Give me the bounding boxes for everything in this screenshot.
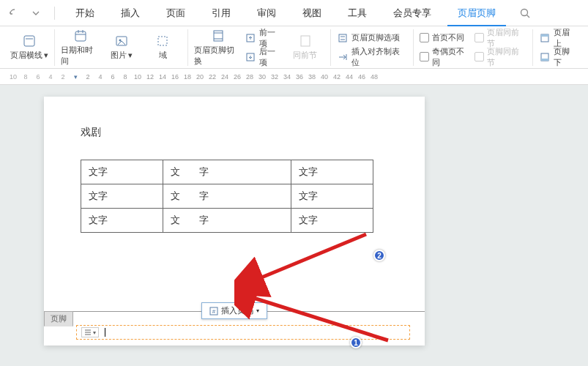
ruler-tick: 34 (281, 73, 293, 81)
checkbox-icon (475, 52, 484, 61)
ftr-same-check: 页脚同前节 (475, 49, 526, 65)
menubar: 开始 插入 页面 引用 审阅 视图 工具 会员专享 页眉页脚 (0, 0, 588, 26)
text-cursor (105, 328, 105, 337)
table-cell[interactable]: 文字 (291, 184, 373, 209)
next-item-button[interactable]: 后一项 (245, 49, 283, 65)
ribbon: 页眉横线▾ 日期和时间 图片▾ 域 页眉页脚切换 前一项 后一 (0, 26, 588, 69)
ruler-tick: 8 (119, 73, 131, 81)
page-number-icon: # (209, 307, 218, 315)
tab-view[interactable]: 视图 (292, 0, 332, 26)
tab-start[interactable]: 开始 (65, 0, 105, 26)
tab-reference[interactable]: 引用 (201, 0, 241, 26)
hdr-top-button[interactable]: 页眉上 (539, 30, 578, 46)
ruler-tick: 8 (20, 73, 31, 81)
svg-rect-2 (24, 36, 34, 46)
tab-page[interactable]: 页面 (156, 0, 196, 26)
header-line-icon (22, 34, 37, 48)
hf-options-button[interactable]: 页眉页脚选项 (337, 30, 407, 46)
separator (54, 7, 55, 20)
table-cell[interactable]: 文 字 (163, 209, 291, 233)
datetime-button[interactable]: 日期和时间 (61, 29, 100, 66)
odd-even-check[interactable]: 奇偶页不同 (420, 49, 472, 65)
footer-editing-area[interactable]: ▾ (76, 325, 410, 340)
ruler-tick: 10 (132, 73, 144, 81)
table-cell[interactable]: 文 字 (163, 160, 291, 184)
table-cell[interactable]: 文字 (291, 209, 373, 233)
table-row[interactable]: 文字 文 字 文字 (81, 184, 373, 209)
ruler-tick: 24 (219, 73, 231, 81)
ruler-tick: 2 (82, 73, 94, 81)
ruler-tick: 36 (294, 73, 305, 81)
header-line-label: 页眉横线 (10, 50, 42, 61)
tab-tools[interactable]: 工具 (338, 0, 377, 26)
ruler-tick: 6 (107, 73, 119, 81)
table-cell[interactable]: 文 字 (163, 184, 291, 209)
ftr-bottom-button[interactable]: 页脚下 (539, 49, 578, 65)
same-section-button[interactable]: 同前节 (286, 29, 324, 66)
same-section-label: 同前节 (293, 50, 317, 61)
chevron-down-icon: ▾ (128, 51, 133, 60)
svg-rect-4 (75, 31, 86, 41)
table-cell[interactable]: 文字 (81, 184, 163, 209)
next-icon (245, 51, 257, 63)
picture-button[interactable]: 图片▾ (103, 29, 141, 66)
svg-text:#: # (212, 308, 216, 315)
align-dropdown[interactable]: ▾ (81, 327, 99, 337)
hf-switch-button[interactable]: 页眉页脚切换 (194, 29, 242, 66)
document-page[interactable]: 戏剧 文字 文 字 文字 文字 文 字 文字 文字 文 字 文字 页脚 # (44, 97, 425, 346)
ruler-tick: 22 (206, 73, 218, 81)
svg-rect-25 (541, 59, 548, 61)
table-cell[interactable]: 文字 (81, 209, 163, 233)
svg-rect-10 (158, 37, 167, 45)
ruler-tick: 10 (7, 73, 19, 81)
ruler-tick: 6 (32, 73, 44, 81)
ruler-tick: 4 (45, 73, 56, 81)
first-diff-label: 首页不同 (432, 32, 464, 43)
tab-insert[interactable]: 插入 (111, 0, 150, 26)
checkbox-icon (420, 52, 429, 61)
switch-icon (211, 29, 226, 43)
annotation-badge-1: 1 (350, 337, 362, 348)
svg-rect-17 (339, 34, 346, 42)
document-table[interactable]: 文字 文 字 文字 文字 文 字 文字 文字 文 字 文字 (81, 160, 373, 233)
ruler-tick: 30 (256, 73, 268, 81)
next-label: 后一项 (259, 46, 283, 68)
ruler-tick: 44 (343, 73, 355, 81)
first-diff-check[interactable]: 首页不同 (420, 30, 472, 46)
tab-header-footer[interactable]: 页眉页脚 (447, 0, 506, 26)
ftr-bottom-label: 页脚下 (554, 46, 578, 68)
svg-rect-23 (541, 34, 548, 37)
prev-icon (245, 32, 257, 44)
ruler: 10 8 6 4 2 ▾ 2 4 6 8 10 12 14 16 18 20 2… (0, 69, 588, 85)
same-section-icon (298, 34, 313, 48)
chevron-down-icon: ▾ (256, 307, 259, 314)
dropdown-icon[interactable] (28, 5, 44, 21)
table-row[interactable]: 文字 文 字 文字 (81, 160, 373, 184)
tab-review[interactable]: 审阅 (247, 0, 286, 26)
header-line-button[interactable]: 页眉横线▾ (10, 29, 48, 66)
svg-line-1 (527, 15, 530, 18)
ruler-tick: 26 (231, 73, 243, 81)
ruler-tick: 4 (94, 73, 106, 81)
checkbox-icon (420, 33, 429, 42)
table-cell[interactable]: 文字 (291, 160, 373, 184)
tab-icon (337, 51, 349, 63)
workspace: 戏剧 文字 文 字 文字 文字 文 字 文字 文字 文 字 文字 页脚 # (0, 85, 588, 357)
footer-region: 页脚 # 插入页码 ▾ ▾ (44, 311, 425, 312)
insert-page-number-button[interactable]: # 插入页码 ▾ (201, 302, 267, 319)
ruler-tick: 16 (169, 73, 181, 81)
table-row[interactable]: 文字 文 字 文字 (81, 209, 373, 233)
odd-even-label: 奇偶页不同 (432, 46, 472, 68)
prev-item-button[interactable]: 前一项 (245, 30, 283, 46)
table-cell[interactable]: 文字 (81, 160, 163, 184)
header-text[interactable]: 戏剧 (81, 126, 388, 139)
ruler-tick: 32 (269, 73, 280, 81)
insert-tab-button[interactable]: 插入对齐制表位 (337, 49, 407, 65)
field-button[interactable]: 域 (144, 29, 182, 66)
back-icon[interactable] (6, 5, 22, 21)
tab-member[interactable]: 会员专享 (383, 0, 442, 26)
insert-pn-label: 插入页码 (221, 305, 253, 316)
search-icon[interactable] (512, 0, 538, 26)
ruler-tick: 2 (57, 73, 69, 81)
checkbox-icon (475, 33, 484, 42)
